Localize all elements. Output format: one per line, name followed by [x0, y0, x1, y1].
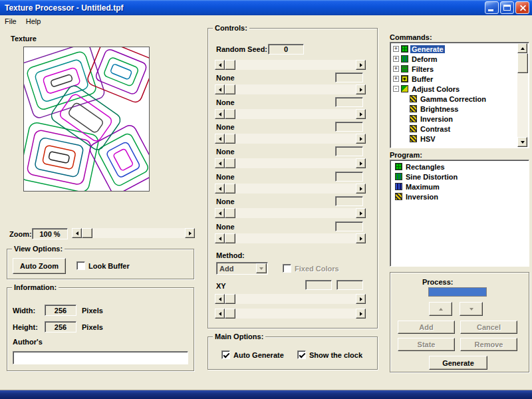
tree-item-label[interactable]: Inversion: [419, 115, 454, 123]
expand-icon[interactable]: +: [393, 46, 399, 52]
program-item-inversion[interactable]: Inversion: [390, 192, 529, 201]
param-scrollbar[interactable]: [215, 84, 366, 94]
expand-icon[interactable]: +: [393, 76, 399, 82]
scroll-thumb[interactable]: [517, 53, 528, 73]
move-up-button[interactable]: [429, 302, 452, 316]
scroll-left-button[interactable]: [215, 294, 225, 304]
look-buffer-checkbox[interactable]: Look Buffer: [76, 261, 130, 270]
program-item-label[interactable]: Maximum: [404, 183, 441, 191]
menu-help[interactable]: Help: [21, 17, 46, 26]
tree-item-label[interactable]: Buffer: [410, 75, 434, 83]
scroll-left-button[interactable]: [215, 84, 225, 94]
show-clock-checkbox[interactable]: Show the clock: [297, 350, 362, 359]
scroll-left-button[interactable]: [215, 309, 225, 319]
tree-item-label[interactable]: Deform: [410, 55, 439, 63]
random-seed-field[interactable]: 0: [268, 44, 304, 55]
collapse-icon[interactable]: -: [393, 86, 399, 92]
param-scrollbar[interactable]: [215, 109, 366, 119]
program-item-label[interactable]: Inversion: [404, 193, 440, 201]
scroll-right-button[interactable]: [356, 184, 366, 194]
program-item-label[interactable]: Sine Distortion: [404, 173, 459, 181]
close-button[interactable]: [515, 1, 529, 14]
scroll-right-button[interactable]: [356, 294, 366, 304]
tree-item-deform[interactable]: + Deform: [390, 54, 529, 64]
tree-item-adjust-colors[interactable]: - Adjust Colors: [390, 84, 529, 94]
scroll-left-button[interactable]: [215, 233, 225, 243]
scroll-thumb[interactable]: [225, 184, 235, 194]
scroll-right-button[interactable]: [356, 309, 366, 319]
menu-file[interactable]: File: [0, 17, 21, 26]
commands-tree-scrollbar[interactable]: [517, 43, 528, 147]
scroll-thumb[interactable]: [225, 60, 235, 70]
scroll-left-button[interactable]: [215, 109, 225, 119]
scroll-thumb[interactable]: [225, 158, 235, 168]
param-scrollbar[interactable]: [215, 158, 366, 168]
param-scrollbar[interactable]: [215, 208, 366, 218]
scroll-track[interactable]: [235, 294, 356, 304]
scroll-down-button[interactable]: [517, 137, 527, 147]
scroll-left-button[interactable]: [215, 134, 225, 144]
tree-item-contrast[interactable]: Contrast: [390, 124, 529, 134]
scroll-right-button[interactable]: [356, 84, 366, 94]
move-down-button[interactable]: [460, 302, 483, 316]
add-button[interactable]: Add: [398, 321, 455, 334]
tree-item-gamma-correction[interactable]: Gamma Correction: [390, 94, 529, 104]
scroll-left-button[interactable]: [215, 208, 225, 218]
dropdown-arrow-button[interactable]: [256, 263, 267, 273]
scroll-left-button[interactable]: [215, 60, 225, 70]
scroll-thumb[interactable]: [225, 109, 235, 119]
scroll-track[interactable]: [235, 84, 356, 94]
minimize-button[interactable]: [485, 1, 499, 14]
method-dropdown[interactable]: Add: [216, 262, 268, 275]
param-scrollbar[interactable]: [215, 184, 366, 194]
scroll-right-button[interactable]: [356, 60, 366, 70]
scroll-track[interactable]: [235, 184, 356, 194]
scroll-right-button[interactable]: [356, 158, 366, 168]
tree-item-hsv[interactable]: HSV: [390, 134, 529, 144]
program-item-label[interactable]: Rectangles: [404, 163, 446, 171]
program-item-sine-distortion[interactable]: Sine Distortion: [390, 172, 529, 182]
tree-item-label[interactable]: HSV: [419, 135, 437, 143]
scroll-track[interactable]: [235, 134, 356, 144]
expand-icon[interactable]: +: [393, 66, 399, 72]
scroll-thumb[interactable]: [225, 233, 235, 243]
scroll-thumb[interactable]: [225, 208, 235, 218]
program-item-maximum[interactable]: Maximum: [390, 182, 529, 192]
tree-item-label[interactable]: Gamma Correction: [419, 95, 487, 103]
tree-item-label[interactable]: Filters: [410, 65, 435, 73]
scroll-left-button[interactable]: [215, 184, 225, 194]
param-scrollbar[interactable]: [215, 134, 366, 144]
expand-icon[interactable]: +: [393, 56, 399, 62]
y-scrollbar[interactable]: [215, 309, 366, 319]
scroll-track[interactable]: [517, 73, 528, 137]
cancel-button[interactable]: Cancel: [460, 321, 517, 334]
scroll-track[interactable]: [235, 309, 356, 319]
scroll-right-button[interactable]: [356, 134, 366, 144]
scroll-thumb[interactable]: [225, 84, 235, 94]
scroll-track[interactable]: [235, 233, 356, 243]
tree-item-inversion[interactable]: Inversion: [390, 114, 529, 124]
scroll-up-button[interactable]: [517, 43, 527, 53]
scroll-track[interactable]: [235, 158, 356, 168]
random-seed-scrollbar[interactable]: [215, 60, 366, 70]
scroll-track[interactable]: [235, 60, 356, 70]
x-scrollbar[interactable]: [215, 294, 366, 304]
scroll-track[interactable]: [235, 208, 356, 218]
fixed-colors-checkbox[interactable]: Fixed Colors: [283, 264, 339, 273]
zoom-scrollbar[interactable]: [72, 228, 195, 238]
zoom-scroll-thumb[interactable]: [82, 228, 92, 238]
scroll-thumb[interactable]: [225, 134, 235, 144]
tree-item-label[interactable]: Contrast: [419, 125, 452, 133]
zoom-scroll-track[interactable]: [92, 228, 185, 238]
scroll-track[interactable]: [235, 109, 356, 119]
program-item-rectangles[interactable]: Rectangles: [390, 162, 529, 172]
tree-item-filters[interactable]: + Filters: [390, 64, 529, 74]
maximize-button[interactable]: [500, 1, 514, 14]
scroll-right-button[interactable]: [356, 233, 366, 243]
scroll-thumb[interactable]: [225, 294, 235, 304]
param-scrollbar[interactable]: [215, 233, 366, 243]
tree-item-buffer[interactable]: + Buffer: [390, 74, 529, 84]
scroll-thumb[interactable]: [225, 309, 235, 319]
auto-zoom-button[interactable]: Auto Zoom: [13, 258, 66, 274]
remove-button[interactable]: Remove: [460, 338, 517, 351]
